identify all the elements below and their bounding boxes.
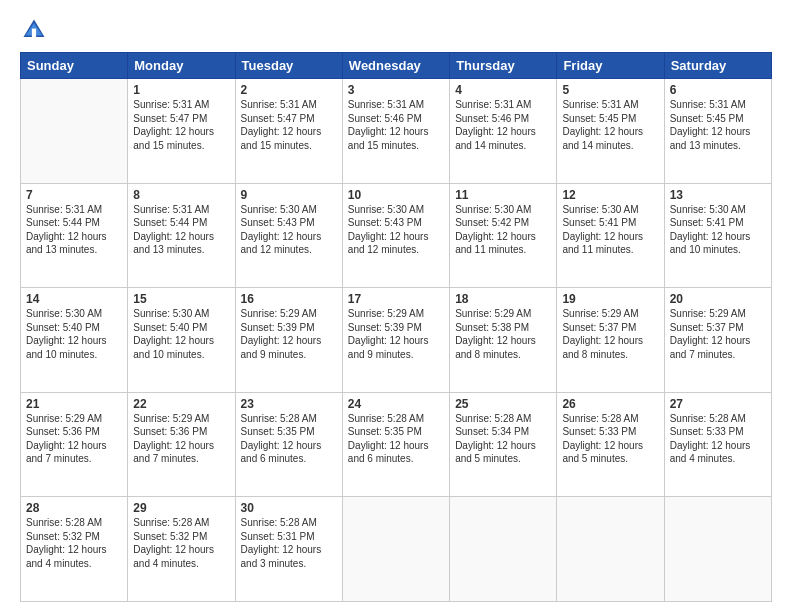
day-number: 9	[241, 188, 337, 202]
day-number: 13	[670, 188, 766, 202]
calendar-cell: 27Sunrise: 5:28 AMSunset: 5:33 PMDayligh…	[664, 392, 771, 497]
day-info: Sunrise: 5:30 AMSunset: 5:41 PMDaylight:…	[562, 203, 658, 257]
calendar-cell: 13Sunrise: 5:30 AMSunset: 5:41 PMDayligh…	[664, 183, 771, 288]
calendar-cell: 20Sunrise: 5:29 AMSunset: 5:37 PMDayligh…	[664, 288, 771, 393]
calendar-cell: 15Sunrise: 5:30 AMSunset: 5:40 PMDayligh…	[128, 288, 235, 393]
day-info: Sunrise: 5:28 AMSunset: 5:32 PMDaylight:…	[26, 516, 122, 570]
calendar-cell: 3Sunrise: 5:31 AMSunset: 5:46 PMDaylight…	[342, 79, 449, 184]
calendar-cell: 24Sunrise: 5:28 AMSunset: 5:35 PMDayligh…	[342, 392, 449, 497]
day-number: 22	[133, 397, 229, 411]
calendar-cell: 30Sunrise: 5:28 AMSunset: 5:31 PMDayligh…	[235, 497, 342, 602]
day-info: Sunrise: 5:28 AMSunset: 5:35 PMDaylight:…	[348, 412, 444, 466]
calendar-cell: 6Sunrise: 5:31 AMSunset: 5:45 PMDaylight…	[664, 79, 771, 184]
day-of-week-saturday: Saturday	[664, 53, 771, 79]
day-number: 6	[670, 83, 766, 97]
calendar-cell	[342, 497, 449, 602]
logo-icon	[20, 16, 48, 44]
day-number: 5	[562, 83, 658, 97]
day-number: 26	[562, 397, 658, 411]
calendar-cell	[557, 497, 664, 602]
day-number: 19	[562, 292, 658, 306]
day-info: Sunrise: 5:28 AMSunset: 5:33 PMDaylight:…	[562, 412, 658, 466]
calendar-cell	[664, 497, 771, 602]
day-number: 24	[348, 397, 444, 411]
day-info: Sunrise: 5:29 AMSunset: 5:38 PMDaylight:…	[455, 307, 551, 361]
day-of-week-thursday: Thursday	[450, 53, 557, 79]
day-info: Sunrise: 5:29 AMSunset: 5:37 PMDaylight:…	[670, 307, 766, 361]
day-number: 28	[26, 501, 122, 515]
day-number: 8	[133, 188, 229, 202]
day-number: 20	[670, 292, 766, 306]
day-info: Sunrise: 5:28 AMSunset: 5:33 PMDaylight:…	[670, 412, 766, 466]
day-number: 23	[241, 397, 337, 411]
day-number: 21	[26, 397, 122, 411]
calendar-cell: 28Sunrise: 5:28 AMSunset: 5:32 PMDayligh…	[21, 497, 128, 602]
day-number: 17	[348, 292, 444, 306]
day-number: 15	[133, 292, 229, 306]
day-number: 2	[241, 83, 337, 97]
day-info: Sunrise: 5:30 AMSunset: 5:40 PMDaylight:…	[26, 307, 122, 361]
week-row-2: 7Sunrise: 5:31 AMSunset: 5:44 PMDaylight…	[21, 183, 772, 288]
day-of-week-monday: Monday	[128, 53, 235, 79]
day-info: Sunrise: 5:31 AMSunset: 5:46 PMDaylight:…	[348, 98, 444, 152]
day-number: 7	[26, 188, 122, 202]
day-info: Sunrise: 5:30 AMSunset: 5:40 PMDaylight:…	[133, 307, 229, 361]
calendar-cell: 9Sunrise: 5:30 AMSunset: 5:43 PMDaylight…	[235, 183, 342, 288]
day-info: Sunrise: 5:31 AMSunset: 5:44 PMDaylight:…	[26, 203, 122, 257]
day-info: Sunrise: 5:28 AMSunset: 5:34 PMDaylight:…	[455, 412, 551, 466]
calendar-cell: 2Sunrise: 5:31 AMSunset: 5:47 PMDaylight…	[235, 79, 342, 184]
day-info: Sunrise: 5:28 AMSunset: 5:32 PMDaylight:…	[133, 516, 229, 570]
day-number: 10	[348, 188, 444, 202]
calendar-cell: 11Sunrise: 5:30 AMSunset: 5:42 PMDayligh…	[450, 183, 557, 288]
svg-rect-2	[32, 29, 36, 37]
calendar-table: SundayMondayTuesdayWednesdayThursdayFrid…	[20, 52, 772, 602]
calendar-body: 1Sunrise: 5:31 AMSunset: 5:47 PMDaylight…	[21, 79, 772, 602]
calendar-header: SundayMondayTuesdayWednesdayThursdayFrid…	[21, 53, 772, 79]
week-row-4: 21Sunrise: 5:29 AMSunset: 5:36 PMDayligh…	[21, 392, 772, 497]
calendar-cell: 17Sunrise: 5:29 AMSunset: 5:39 PMDayligh…	[342, 288, 449, 393]
day-info: Sunrise: 5:28 AMSunset: 5:31 PMDaylight:…	[241, 516, 337, 570]
day-number: 18	[455, 292, 551, 306]
day-number: 4	[455, 83, 551, 97]
calendar-cell: 10Sunrise: 5:30 AMSunset: 5:43 PMDayligh…	[342, 183, 449, 288]
calendar-cell: 8Sunrise: 5:31 AMSunset: 5:44 PMDaylight…	[128, 183, 235, 288]
calendar-cell: 23Sunrise: 5:28 AMSunset: 5:35 PMDayligh…	[235, 392, 342, 497]
header-row: SundayMondayTuesdayWednesdayThursdayFrid…	[21, 53, 772, 79]
week-row-5: 28Sunrise: 5:28 AMSunset: 5:32 PMDayligh…	[21, 497, 772, 602]
calendar-cell: 7Sunrise: 5:31 AMSunset: 5:44 PMDaylight…	[21, 183, 128, 288]
day-number: 11	[455, 188, 551, 202]
day-info: Sunrise: 5:31 AMSunset: 5:45 PMDaylight:…	[670, 98, 766, 152]
day-info: Sunrise: 5:30 AMSunset: 5:41 PMDaylight:…	[670, 203, 766, 257]
day-number: 3	[348, 83, 444, 97]
day-info: Sunrise: 5:31 AMSunset: 5:44 PMDaylight:…	[133, 203, 229, 257]
day-info: Sunrise: 5:30 AMSunset: 5:43 PMDaylight:…	[348, 203, 444, 257]
day-info: Sunrise: 5:29 AMSunset: 5:39 PMDaylight:…	[348, 307, 444, 361]
day-of-week-wednesday: Wednesday	[342, 53, 449, 79]
page: SundayMondayTuesdayWednesdayThursdayFrid…	[0, 0, 792, 612]
day-info: Sunrise: 5:31 AMSunset: 5:46 PMDaylight:…	[455, 98, 551, 152]
calendar-cell	[21, 79, 128, 184]
calendar-cell: 16Sunrise: 5:29 AMSunset: 5:39 PMDayligh…	[235, 288, 342, 393]
day-info: Sunrise: 5:29 AMSunset: 5:36 PMDaylight:…	[133, 412, 229, 466]
day-number: 29	[133, 501, 229, 515]
logo	[20, 16, 52, 44]
day-info: Sunrise: 5:30 AMSunset: 5:42 PMDaylight:…	[455, 203, 551, 257]
header	[20, 16, 772, 44]
day-number: 1	[133, 83, 229, 97]
calendar-cell: 29Sunrise: 5:28 AMSunset: 5:32 PMDayligh…	[128, 497, 235, 602]
calendar-cell	[450, 497, 557, 602]
day-info: Sunrise: 5:31 AMSunset: 5:45 PMDaylight:…	[562, 98, 658, 152]
day-info: Sunrise: 5:29 AMSunset: 5:37 PMDaylight:…	[562, 307, 658, 361]
day-number: 25	[455, 397, 551, 411]
week-row-3: 14Sunrise: 5:30 AMSunset: 5:40 PMDayligh…	[21, 288, 772, 393]
day-info: Sunrise: 5:31 AMSunset: 5:47 PMDaylight:…	[133, 98, 229, 152]
day-info: Sunrise: 5:29 AMSunset: 5:39 PMDaylight:…	[241, 307, 337, 361]
day-info: Sunrise: 5:30 AMSunset: 5:43 PMDaylight:…	[241, 203, 337, 257]
calendar-cell: 14Sunrise: 5:30 AMSunset: 5:40 PMDayligh…	[21, 288, 128, 393]
calendar-cell: 25Sunrise: 5:28 AMSunset: 5:34 PMDayligh…	[450, 392, 557, 497]
day-info: Sunrise: 5:28 AMSunset: 5:35 PMDaylight:…	[241, 412, 337, 466]
calendar-cell: 1Sunrise: 5:31 AMSunset: 5:47 PMDaylight…	[128, 79, 235, 184]
calendar-cell: 18Sunrise: 5:29 AMSunset: 5:38 PMDayligh…	[450, 288, 557, 393]
day-info: Sunrise: 5:29 AMSunset: 5:36 PMDaylight:…	[26, 412, 122, 466]
day-number: 16	[241, 292, 337, 306]
